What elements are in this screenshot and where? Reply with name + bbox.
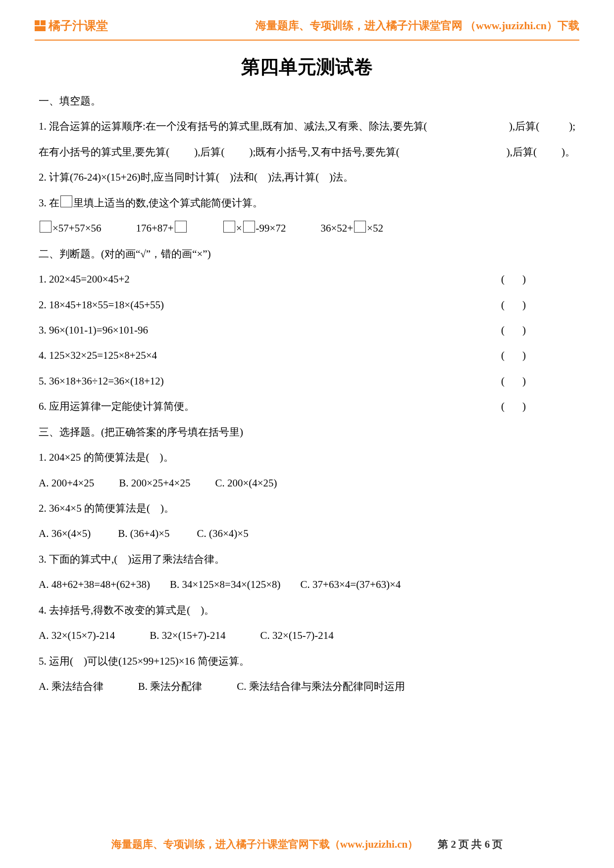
mc-q1: 1. 204×25 的简便算法是( )。 bbox=[39, 445, 575, 470]
tf-q5-text: 5. 36×18+36÷12=36×(18+12) bbox=[39, 369, 164, 394]
mc-q2-options: A. 36×(4×5) B. (36+4)×5 C. (36×4)×5 bbox=[39, 521, 575, 546]
q1-text-c: ); bbox=[569, 114, 575, 139]
q3-expressions: ×57+57×56 176+87+ ×-99×72 36×52+×52 bbox=[39, 216, 575, 241]
tf-q6-text: 6. 应用运算律一定能使计算简便。 bbox=[39, 394, 195, 419]
mc-q1-c: C. 200×(4×25) bbox=[215, 471, 277, 496]
section1-heading: 一、填空题。 bbox=[39, 89, 575, 114]
mc-q3-a: A. 48+62+38=48+(62+38) bbox=[39, 572, 150, 597]
mc-q2-a: A. 36×(4×5) bbox=[39, 521, 91, 546]
q1-text-e: ),后算( bbox=[194, 140, 224, 165]
mc-q3-b: B. 34×125×8=34×(125×8) bbox=[170, 572, 281, 597]
tf-q2-paren: () bbox=[501, 292, 575, 318]
blank-box-icon bbox=[40, 221, 51, 233]
mc-q5: 5. 运用( )可以使(125×99+125)×16 简便运算。 bbox=[39, 649, 575, 674]
tf-q6: 6. 应用运算律一定能使计算简便。 () bbox=[39, 394, 575, 419]
mc-q2-c: C. (36×4)×5 bbox=[197, 521, 249, 546]
header-tagline: 海量题库、专项训练，进入橘子汁课堂官网 （www.juzizhi.cn）下载 bbox=[256, 18, 580, 33]
brand-name: 橘子汁课堂 bbox=[49, 18, 108, 34]
mc-q4-b: B. 32×(15+7)-214 bbox=[150, 623, 225, 648]
q3-intro: 3. 在 bbox=[39, 197, 59, 209]
mc-q2-b: B. (36+4)×5 bbox=[118, 521, 169, 546]
brand: 橘子汁课堂 bbox=[35, 18, 108, 34]
mc-q4-a: A. 32×(15×7)-214 bbox=[39, 623, 115, 648]
mc-q4-c: C. 32×(15-7)-214 bbox=[260, 623, 334, 648]
tf-q2: 2. 18×45+18×55=18×(45+55) () bbox=[39, 292, 575, 318]
tf-q4-text: 4. 125×32×25=125×8+25×4 bbox=[39, 343, 157, 368]
blank-box-icon bbox=[354, 221, 366, 233]
q1-line2: 在有小括号的算式里,要先算( ),后算( );既有小括号,又有中括号,要先算( … bbox=[39, 140, 575, 165]
blank-box-icon bbox=[243, 221, 255, 233]
mc-q2: 2. 36×4×5 的简便算法是( )。 bbox=[39, 496, 575, 521]
paren-r: ) bbox=[522, 349, 526, 361]
mc-q3: 3. 下面的算式中,( )运用了乘法结合律。 bbox=[39, 547, 575, 572]
q3-e3-text-b: -99×72 bbox=[256, 222, 286, 234]
footer-link: 海量题库、专项训练，进入橘子汁课堂官网下载（www.juzizhi.cn） bbox=[111, 837, 418, 851]
brand-logo-icon bbox=[35, 20, 46, 31]
paren-l: ( bbox=[501, 349, 505, 361]
q3-e3: ×-99×72 bbox=[222, 216, 286, 241]
blank-box-icon bbox=[175, 221, 187, 233]
page-title: 第四单元测试卷 bbox=[35, 54, 579, 80]
mc-q5-c: C. 乘法结合律与乘法分配律同时运用 bbox=[237, 674, 405, 699]
paren-l: ( bbox=[501, 324, 505, 336]
q3-e1: ×57+57×56 bbox=[39, 216, 102, 241]
q3-intro-line: 3. 在里填上适当的数,使这个算式能简便计算。 bbox=[39, 191, 575, 216]
mc-q5-b: B. 乘法分配律 bbox=[138, 674, 203, 699]
q1-text-a: 1. 混合运算的运算顺序:在一个没有括号的算式里,既有加、减法,又有乘、除法,要… bbox=[39, 114, 427, 139]
section3-heading: 三、选择题。(把正确答案的序号填在括号里) bbox=[39, 420, 575, 445]
tf-q3-text: 3. 96×(101-1)=96×101-96 bbox=[39, 318, 148, 343]
paren-r: ) bbox=[522, 273, 526, 285]
mc-q1-options: A. 200+4×25 B. 200×25+4×25 C. 200×(4×25) bbox=[39, 471, 575, 496]
tf-q1: 1. 202×45=200×45+2 () bbox=[39, 267, 575, 292]
q3-rest: 里填上适当的数,使这个算式能简便计算。 bbox=[73, 197, 263, 209]
paren-r: ) bbox=[522, 324, 526, 336]
tf-q4-paren: () bbox=[501, 343, 575, 368]
q1-text-f: );既有小括号,又有中括号,要先算( bbox=[250, 140, 400, 165]
mc-q3-options: A. 48+62+38=48+(62+38) B. 34×125×8=34×(1… bbox=[39, 572, 575, 597]
q2-line: 2. 计算(76-24)×(15+26)时,应当同时计算( )法和( )法,再计… bbox=[39, 165, 575, 190]
q3-e4-text-a: 36×52+ bbox=[320, 222, 353, 234]
tf-q3: 3. 96×(101-1)=96×101-96 () bbox=[39, 318, 575, 343]
tf-q5-paren: () bbox=[501, 369, 575, 394]
q3-e2: 176+87+ bbox=[136, 216, 188, 241]
tf-q4: 4. 125×32×25=125×8+25×4 () bbox=[39, 343, 575, 368]
section2-heading: 二、判断题。(对的画“√”，错的画“×”) bbox=[39, 241, 575, 267]
q1-text-h: )。 bbox=[562, 140, 575, 165]
q3-e4-text-b: ×52 bbox=[367, 222, 383, 234]
q3-e2-text: 176+87+ bbox=[136, 222, 174, 234]
paren-r: ) bbox=[522, 400, 526, 412]
tf-q2-text: 2. 18×45+18×55=18×(45+55) bbox=[39, 292, 164, 318]
q1-line1: 1. 混合运算的运算顺序:在一个没有括号的算式里,既有加、减法,又有乘、除法,要… bbox=[39, 114, 575, 139]
mc-q1-b: B. 200×25+4×25 bbox=[119, 471, 190, 496]
paren-l: ( bbox=[501, 400, 505, 412]
paren-r: ) bbox=[522, 299, 526, 311]
page-footer: 海量题库、专项训练，进入橘子汁课堂官网下载（www.juzizhi.cn） 第 … bbox=[0, 837, 614, 851]
blank-box-icon bbox=[223, 221, 235, 233]
q3-e1-text: ×57+57×56 bbox=[52, 222, 102, 234]
blank-box-icon bbox=[60, 195, 72, 207]
tf-q6-paren: () bbox=[501, 394, 575, 419]
tf-q3-paren: () bbox=[501, 318, 575, 343]
q3-e3-text-a: × bbox=[236, 222, 242, 234]
mc-q4-options: A. 32×(15×7)-214 B. 32×(15+7)-214 C. 32×… bbox=[39, 623, 575, 648]
content: 一、填空题。 1. 混合运算的运算顺序:在一个没有括号的算式里,既有加、减法,又… bbox=[35, 89, 579, 700]
paren-l: ( bbox=[501, 375, 505, 387]
tf-q1-text: 1. 202×45=200×45+2 bbox=[39, 267, 130, 292]
q3-e4: 36×52+×52 bbox=[320, 216, 383, 241]
footer-pager: 第 2 页 共 6 页 bbox=[438, 837, 503, 851]
tf-q5: 5. 36×18+36÷12=36×(18+12) () bbox=[39, 369, 575, 394]
tf-q1-paren: () bbox=[501, 267, 575, 292]
mc-q4: 4. 去掉括号,得数不改变的算式是( )。 bbox=[39, 598, 575, 623]
mc-q5-options: A. 乘法结合律 B. 乘法分配律 C. 乘法结合律与乘法分配律同时运用 bbox=[39, 674, 575, 699]
paren-r: ) bbox=[522, 375, 526, 387]
mc-q1-a: A. 200+4×25 bbox=[39, 471, 94, 496]
q1-text-b: ),后算( bbox=[509, 114, 539, 139]
paren-l: ( bbox=[501, 299, 505, 311]
q1-text-g: ),后算( bbox=[507, 140, 537, 165]
mc-q5-a: A. 乘法结合律 bbox=[39, 674, 103, 699]
mc-q3-c: C. 37+63×4=(37+63)×4 bbox=[301, 572, 401, 597]
page-header: 橘子汁课堂 海量题库、专项训练，进入橘子汁课堂官网 （www.juzizhi.c… bbox=[35, 15, 579, 41]
q1-text-d: 在有小括号的算式里,要先算( bbox=[39, 140, 169, 165]
paren-l: ( bbox=[501, 273, 505, 285]
